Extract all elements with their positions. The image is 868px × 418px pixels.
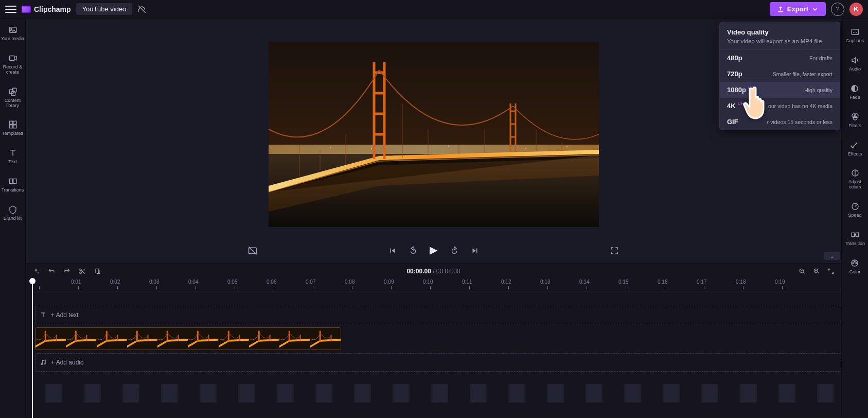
project-name[interactable]: YouTube video: [76, 3, 133, 15]
panel-item-color[interactable]: Color: [849, 258, 861, 275]
svg-rect-9: [13, 125, 16, 128]
svg-point-24: [853, 263, 854, 264]
play-button[interactable]: [428, 245, 439, 256]
svg-rect-19: [852, 233, 854, 237]
hide-overlay-icon[interactable]: [247, 245, 258, 256]
panel-item-effects[interactable]: Effects: [848, 140, 862, 157]
audio-icon: [850, 55, 860, 65]
panel-item-audio[interactable]: Audio: [849, 55, 861, 72]
speed-icon: [850, 201, 860, 212]
ruler-tick: 0:11: [462, 279, 472, 285]
svg-rect-11: [13, 179, 16, 184]
skip-start-icon[interactable]: [387, 245, 398, 256]
sidebar-item-media[interactable]: Your media: [0, 24, 25, 43]
ruler-tick: 0:12: [501, 279, 511, 285]
panel-item-speed[interactable]: Speed: [848, 201, 861, 218]
zoom-out-icon[interactable]: [798, 267, 806, 275]
sidebar-label: Content library: [0, 98, 25, 109]
panel-item-filters[interactable]: Filters: [848, 112, 861, 129]
menu-icon[interactable]: [5, 6, 16, 13]
svg-rect-54: [97, 328, 127, 350]
timeline: 00:00.00 / 00:08.00 00:010:020:030:040:0…: [26, 263, 841, 418]
sidebar-item-record[interactable]: Record & create: [0, 52, 25, 76]
panel-item-adjust[interactable]: Adjust colors: [842, 168, 868, 190]
svg-rect-12: [852, 29, 859, 35]
effects-icon: [849, 140, 860, 150]
panel-label: Effects: [848, 152, 862, 157]
panel-item-captions[interactable]: Captions: [846, 27, 864, 44]
brand-label: Clipchamp: [34, 5, 71, 13]
brand[interactable]: Clipchamp: [22, 5, 71, 13]
svg-rect-50: [56, 335, 57, 340]
crop-icon[interactable]: [94, 267, 102, 275]
export-option-4k[interactable]: 4KUHD our video has no 4K media: [720, 98, 840, 114]
cloud-off-icon[interactable]: [137, 5, 147, 14]
svg-point-23: [856, 263, 857, 264]
left-sidebar: Your media Record & create Content libra…: [0, 19, 26, 418]
svg-rect-64: [197, 331, 199, 342]
ruler-tick: 0:14: [579, 279, 589, 285]
svg-rect-2: [9, 56, 14, 60]
collapse-properties-icon[interactable]: ⌄: [824, 252, 840, 260]
svg-point-27: [330, 147, 331, 148]
panel-label: Color: [849, 270, 861, 275]
timecode-total: 00:08.00: [436, 268, 460, 275]
timeline-ruler[interactable]: 00:010:020:030:040:050:060:070:080:090:1…: [32, 279, 841, 291]
export-option-gif[interactable]: GIF r videos 15 seconds or less: [720, 114, 840, 130]
svg-rect-58: [136, 331, 138, 342]
svg-rect-61: [167, 331, 168, 342]
record-icon: [8, 53, 18, 63]
ruler-tick: 0:01: [71, 279, 81, 285]
video-clip[interactable]: [35, 327, 341, 350]
video-track[interactable]: [35, 327, 841, 350]
sidebar-item-templates[interactable]: Templates: [0, 118, 25, 137]
svg-point-31: [566, 146, 568, 147]
sidebar-item-library[interactable]: Content library: [0, 85, 25, 110]
svg-rect-55: [105, 331, 107, 342]
ruler-tick: 0:13: [540, 279, 550, 285]
text-track[interactable]: + Add text: [35, 306, 841, 324]
video-preview[interactable]: [269, 42, 599, 227]
ruler-tick: 0:15: [618, 279, 628, 285]
auto-icon[interactable]: [32, 267, 40, 275]
ruler-tick: 0:19: [775, 279, 785, 285]
frame-forward-icon[interactable]: [449, 245, 460, 256]
sidebar-item-brand[interactable]: Brand kit: [0, 203, 25, 222]
avatar[interactable]: K: [849, 3, 863, 16]
redo-icon[interactable]: [63, 267, 71, 275]
svg-point-78: [41, 363, 42, 364]
panel-item-fade[interactable]: Fade: [849, 83, 860, 100]
adjust-icon: [850, 168, 860, 178]
fullscreen-icon[interactable]: [609, 245, 620, 256]
export-option-1080p[interactable]: 1080pHD High quality: [720, 82, 840, 98]
ruler-tick: 0:04: [188, 279, 198, 285]
frame-back-icon[interactable]: [408, 245, 419, 256]
transition-icon: [850, 230, 860, 240]
split-icon[interactable]: [78, 267, 86, 275]
playhead[interactable]: [32, 279, 33, 418]
undo-icon[interactable]: [47, 267, 56, 275]
export-button[interactable]: Export: [770, 2, 826, 16]
export-option-480p[interactable]: 480p For drafts: [720, 50, 840, 66]
ruler-tick: 0:05: [227, 279, 237, 285]
zoom-fit-icon[interactable]: [827, 267, 835, 275]
audio-track[interactable]: + Add audio: [35, 353, 841, 372]
svg-rect-57: [127, 328, 157, 350]
svg-rect-62: [178, 335, 179, 340]
svg-rect-76: [319, 331, 321, 342]
svg-rect-6: [9, 121, 12, 125]
clip-thumbnail: [157, 328, 188, 350]
text-icon: [8, 148, 18, 158]
sidebar-item-transitions[interactable]: Transitions: [0, 175, 25, 194]
help-button[interactable]: ?: [831, 3, 844, 16]
panel-item-transition[interactable]: Transition: [845, 230, 865, 247]
svg-rect-75: [310, 328, 341, 350]
svg-rect-68: [239, 335, 240, 340]
zoom-in-icon[interactable]: [812, 267, 821, 275]
panel-label: Captions: [846, 39, 864, 44]
sidebar-item-text[interactable]: Text: [0, 147, 25, 166]
clip-thumbnail: [279, 328, 310, 350]
player-controls: [26, 238, 841, 263]
skip-end-icon[interactable]: [469, 245, 481, 256]
export-option-720p[interactable]: 720p Smaller file, faster export: [720, 66, 840, 82]
